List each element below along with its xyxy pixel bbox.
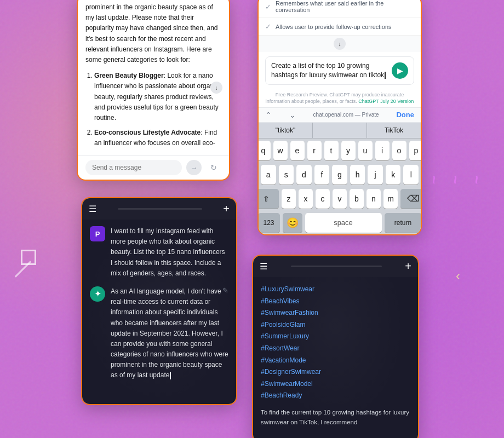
typing-cursor [170,372,171,379]
item2-title: Eco-conscious Lifestyle Advocate [94,129,201,136]
new-chat-icon[interactable]: + [223,203,230,215]
done-button[interactable]: Done [396,111,414,119]
item1-title: Green Beauty Blogger [94,72,164,79]
key-k[interactable]: k [386,165,401,185]
keyboard-row-3: ⇧ z x c v b n m ⌫ [259,187,421,211]
key-g[interactable]: g [332,165,347,185]
send-button[interactable]: → [186,160,202,175]
list-item: Eco-conscious Lifestyle Advocate: Find a… [94,128,221,148]
nav-prev[interactable]: ⌃ [265,111,272,119]
return-key[interactable]: return [385,213,422,233]
phone2-window: ✓ Remembers what user said earlier in th… [257,0,422,235]
capability-row-1: ✓ Remembers what user said earlier in th… [259,0,421,18]
key-o[interactable]: o [392,141,406,160]
hashtag-item-8: #DesignerSwimwear [261,366,410,378]
phone3-window: ☰ + P I want to fill my Instagram feed w… [81,197,237,405]
user-message: P I want to fill my Instagram feed with … [90,226,228,279]
suggestion-1[interactable]: "tiktok" [259,123,313,138]
keyboard-row-1: q w e r t y u i o p [259,139,421,163]
key-i[interactable]: i [375,141,390,160]
scroll-down-icon[interactable]: ↓ [210,82,222,94]
phone1-list: Green Beauty Blogger: Look for a nano in… [85,71,221,148]
key-d[interactable]: d [296,165,312,185]
key-b[interactable]: b [350,189,364,209]
ai-message-text: As an AI language model, I don't have re… [111,286,228,381]
send-button[interactable]: ▶ [392,62,408,79]
title-bar-noise [291,266,382,267]
key-c[interactable]: c [316,189,330,209]
phone1-input-bar: → ↻ [78,155,229,180]
phone3-body: P I want to fill my Instagram feed with … [82,220,236,404]
capability-text-2: Allows user to provide follow-up correct… [276,24,392,30]
private-label: — Private [355,112,379,118]
key-j[interactable]: j [368,165,383,185]
suggestion-3[interactable]: TikTok [367,123,421,138]
hashtag-item-5: #SummerLuxury [261,331,410,343]
key-t[interactable]: t [324,141,339,160]
hashtag-item-6: #ResortWear [261,343,410,355]
ai-summary: To find the current top 10 growing hasht… [261,407,410,428]
capability-text-1: Remembers what user said earlier in the … [276,0,414,13]
key-e[interactable]: e [290,141,305,160]
hashtag-item-1: #LuxurySwimwear [261,284,410,296]
menu-icon[interactable]: ☰ [260,261,267,272]
title-bar-noise [118,208,202,210]
key-h[interactable]: h [350,165,365,185]
deco-arrow: ‹ [456,268,460,284]
check-icon: ✓ [265,3,271,11]
disclaimer-link[interactable]: ChatGPT July 20 Version [358,99,414,104]
phone4-window: ☰ + #LuxurySwimwear #BeachVibes #Swimwea… [252,255,419,438]
key-s[interactable]: s [279,165,294,185]
key-u[interactable]: u [358,141,373,160]
phone4-body: #LuxurySwimwear #BeachVibes #SwimwearFas… [253,277,418,438]
phone4-titlebar: ☰ + [253,256,418,277]
key-123[interactable]: 123 [258,213,280,233]
key-p[interactable]: p [409,141,422,160]
key-a[interactable]: a [261,165,276,185]
message-input[interactable] [85,160,182,175]
key-z[interactable]: z [282,189,296,209]
scroll-down-icon[interactable]: ↓ [334,38,346,50]
emoji-key[interactable]: 😊 [283,213,302,233]
capability-row-2: ✓ Allows user to provide follow-up corre… [259,18,421,36]
user-avatar: P [90,226,105,241]
refresh-button[interactable]: ↻ [206,160,221,175]
keyboard-row-bottom: 123 😊 space return [259,211,421,235]
key-n[interactable]: n [366,189,381,209]
key-m[interactable]: m [383,189,398,209]
phone2-input-text[interactable]: Create a list of the top 10 growing hash… [271,61,387,80]
hashtag-item-3: #SwimwearFashion [261,307,410,319]
key-w[interactable]: w [273,141,288,160]
phone1-intro: prominent in the organic beauty space as… [85,2,221,65]
keyboard: "tiktok" TikTok q w e r t y u i o p a s … [259,123,421,235]
space-key[interactable]: space [305,213,382,233]
ai-avatar: ✦ [90,286,105,302]
hashtag-item-2: #BeachVibes [261,296,410,308]
key-l[interactable]: l [403,165,419,185]
keyboard-row-2: a s d f g h j k l [259,163,421,187]
url-bar: ⌃ ⌄ chat.openai.com — Private Done [259,107,421,123]
phone2-input-area: Create a list of the top 10 growing hash… [259,52,421,89]
list-item: Green Beauty Blogger: Look for a nano in… [94,71,221,123]
suggestion-2[interactable] [313,123,367,138]
key-q[interactable]: q [257,141,271,160]
key-x[interactable]: x [299,189,313,209]
nav-next[interactable]: ⌄ [289,111,296,119]
ai-message: ✦ As an AI language model, I don't have … [90,286,228,381]
user-message-text: I want to fill my Instagram feed with mo… [111,226,228,279]
phone1-body: prominent in the organic beauty space as… [78,0,229,159]
new-chat-icon[interactable]: + [405,260,411,273]
menu-icon[interactable]: ☰ [89,204,96,214]
key-f[interactable]: f [314,165,330,185]
key-r[interactable]: r [307,141,322,160]
key-shift[interactable]: ⇧ [257,189,279,209]
key-y[interactable]: y [341,141,356,160]
cursor [385,72,386,79]
url-text: chat.openai.com — Private [313,112,379,118]
hashtag-item-10: #BeachReady [261,390,410,402]
key-v[interactable]: v [333,189,347,209]
phone1-window: prominent in the organic beauty space as… [77,0,230,181]
keyboard-suggestions: "tiktok" TikTok [259,123,421,139]
phone2-input-box: Create a list of the top 10 growing hash… [265,56,414,85]
backspace-key[interactable]: ⌫ [400,189,422,209]
